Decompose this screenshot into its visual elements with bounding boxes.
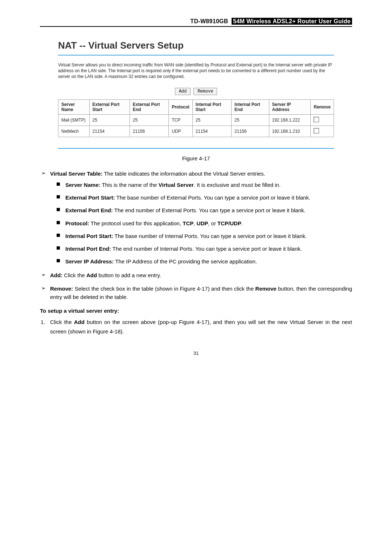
term-text: The end number of Internal Ports. You ca…: [111, 246, 302, 252]
add-button[interactable]: Add: [175, 88, 191, 95]
term-text: The base number of Internal Ports. You c…: [113, 233, 307, 239]
steps-list: Click the Add button on the screen above…: [40, 317, 352, 336]
cell-ext-start: 21154: [89, 126, 130, 137]
list-item: External Port Start: The base number of …: [65, 193, 352, 202]
term-label: External Port End:: [65, 207, 113, 213]
cell-int-start: 25: [192, 114, 231, 126]
panel-heading: NAT -- Virtual Servers Setup: [58, 38, 334, 53]
remove-checkbox[interactable]: [314, 117, 319, 122]
term-label: Internal Port End:: [65, 246, 111, 252]
col-remove: Remove: [311, 99, 334, 114]
page-header: TD-W8910GB 54M Wireless ADSL2+ Router Us…: [40, 18, 352, 27]
cell-server-name: NetMech: [58, 126, 90, 137]
term-bold: Add: [86, 272, 97, 278]
term-bold: TCP/UDP: [217, 220, 241, 226]
list-item: External Port End: The end number of Ext…: [65, 206, 352, 214]
sub-list: Server Name: This is the name of the Vir…: [50, 181, 352, 266]
virtual-server-table: Server Name External Port Start External…: [58, 99, 334, 137]
cell-int-end: 21156: [232, 126, 269, 137]
term-text: The table indicates the information abou…: [103, 171, 265, 177]
term-text: Click the: [62, 272, 86, 278]
cell-server-ip: 192.168.1.210: [269, 126, 311, 137]
list-item: Remove: Select the check box in the tabl…: [50, 284, 352, 301]
term-label: Protocol:: [65, 220, 89, 226]
remove-checkbox[interactable]: [314, 128, 319, 134]
step-text: Click the: [50, 319, 74, 325]
term-label: Internal Port Start:: [65, 233, 113, 239]
list-item: Add: Click the Add button to add a new e…: [50, 271, 352, 279]
cell-ext-end: 25: [130, 114, 168, 126]
col-int-port-start: Internal Port Start: [192, 99, 231, 114]
term-bold: Remove: [255, 286, 276, 292]
cell-int-start: 21154: [192, 126, 231, 137]
list-item: Internal Port Start: The base number of …: [65, 232, 352, 240]
list-item: Server IP Address: The IP Address of the…: [65, 257, 352, 266]
term-text: button to add a new entry.: [97, 272, 161, 278]
header-title: 54M Wireless ADSL2+ Router User Guide: [232, 18, 352, 25]
term-bold: Virtual Server: [159, 182, 194, 188]
col-ext-port-end: External Port End: [130, 99, 168, 114]
term-text: .: [241, 220, 243, 226]
page-number: 31: [40, 350, 352, 356]
term-text: , or: [208, 220, 217, 226]
term-label: Server IP Address:: [65, 258, 114, 264]
figure-caption: Figure 4-17: [40, 155, 352, 161]
list-item: Internal Port End: The end number of Int…: [65, 245, 352, 253]
cell-protocol: UDP: [169, 126, 193, 137]
cell-protocol: TCP: [169, 114, 193, 126]
term-text: ,: [193, 220, 196, 226]
setup-heading: To setup a virtual server entry:: [40, 308, 352, 314]
doc-list: Virtual Server Table: The table indicate…: [40, 169, 352, 301]
col-int-port-end: Internal Port End: [232, 99, 269, 114]
step-text: button on the screen above (pop-up Figur…: [50, 319, 352, 335]
col-server-ip: Server IP Address: [269, 99, 311, 114]
term-bold: UDP: [197, 220, 208, 226]
term-label: Server Name:: [65, 182, 101, 188]
button-row: Add Remove: [58, 88, 334, 95]
term-text: Select the check box in the table (shown…: [73, 286, 255, 292]
term-label: Add:: [50, 272, 62, 278]
divider: [58, 55, 334, 56]
term-text: The protocol used for this application,: [89, 220, 183, 226]
cell-ext-start: 25: [89, 114, 130, 126]
table-row: Mail (SMTP) 25 25 TCP 25 25 192.168.1.22…: [58, 114, 334, 126]
list-item: Protocol: The protocol used for this app…: [65, 219, 352, 227]
header-model: TD-W8910GB: [190, 18, 228, 24]
divider: [58, 148, 334, 149]
cell-remove: [311, 126, 334, 137]
panel-description: Virtual Server allows you to direct inco…: [58, 62, 334, 80]
cell-remove: [311, 114, 334, 126]
term-label: External Port Start:: [65, 194, 115, 201]
step-bold: Add: [74, 319, 85, 325]
cell-ext-end: 21156: [130, 126, 168, 137]
list-item: Click the Add button on the screen above…: [50, 317, 352, 336]
router-config-panel: NAT -- Virtual Servers Setup Virtual Ser…: [58, 38, 334, 149]
cell-server-name: Mail (SMTP): [58, 114, 90, 126]
term-label: Remove:: [50, 286, 73, 292]
term-text: The base number of External Ports. You c…: [115, 194, 310, 201]
col-ext-port-start: External Port Start: [89, 99, 130, 114]
term-text: The IP Address of the PC providing the s…: [114, 258, 257, 264]
col-server-name: Server Name: [58, 99, 90, 114]
list-item: Virtual Server Table: The table indicate…: [50, 169, 352, 266]
term-label: Virtual Server Table:: [50, 171, 103, 177]
remove-button[interactable]: Remove: [193, 88, 217, 95]
cell-int-end: 25: [232, 114, 269, 126]
col-protocol: Protocol: [169, 99, 193, 114]
term-text: This is the name of the: [101, 182, 159, 188]
term-bold: TCP: [183, 220, 193, 226]
list-item: Server Name: This is the name of the Vir…: [65, 181, 352, 189]
table-header-row: Server Name External Port Start External…: [58, 99, 334, 114]
cell-server-ip: 192.168.1.222: [269, 114, 311, 126]
term-text: The end number of External Ports. You ca…: [113, 207, 306, 213]
table-row: NetMech 21154 21156 UDP 21154 21156 192.…: [58, 126, 334, 137]
term-text: . It is exclusive and must be filled in.: [194, 182, 281, 188]
